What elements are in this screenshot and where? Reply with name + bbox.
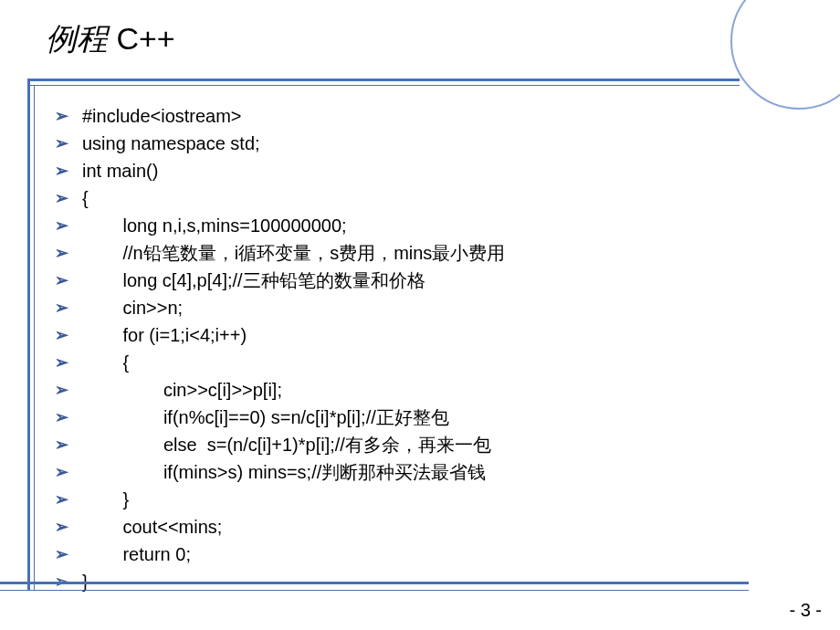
bullet-icon: ➢ [55,513,82,541]
code-line: ➢#include<iostream> [55,102,803,130]
bullet-icon: ➢ [55,212,82,239]
code-text: long n,i,s,mins=100000000; [82,212,347,239]
bullet-icon: ➢ [55,321,82,349]
bullet-icon: ➢ [55,404,82,431]
code-text: { [82,349,129,376]
slide-title: 例程 C++ [46,18,175,60]
code-text: if(n%c[i]==0) s=n/c[i]*p[i];//正好整包 [82,404,449,431]
bullet-icon: ➢ [55,541,82,568]
code-line: ➢ long c[4],p[4];//三种铅笔的数量和价格 [55,267,803,294]
bullet-icon: ➢ [55,267,82,294]
title-en: C++ [108,21,175,56]
bullet-icon: ➢ [55,294,82,321]
code-line: ➢ for (i=1;i<4;i++) [55,321,803,349]
title-cn: 例程 [46,22,108,56]
code-line: ➢ cin>>n; [55,294,803,321]
code-text: for (i=1;i<4;i++) [82,321,247,349]
code-line: ➢ else s=(n/c[i]+1)*p[i];//有多余，再来一包 [55,431,803,458]
code-line: ➢using namespace std; [55,130,803,157]
bullet-icon: ➢ [55,184,82,212]
code-line: ➢ if(n%c[i]==0) s=n/c[i]*p[i];//正好整包 [55,404,803,431]
bottom-line-thin [0,590,749,591]
code-line: ➢ } [55,486,803,513]
bullet-icon: ➢ [55,376,82,404]
decorative-circle [730,0,840,110]
left-border-thick [27,79,30,590]
code-line: ➢{ [55,184,803,212]
code-text: { [82,184,89,212]
bullet-icon: ➢ [55,458,82,486]
code-line: ➢ { [55,349,803,376]
code-line: ➢ cout<<mins; [55,513,803,541]
code-text: long c[4],p[4];//三种铅笔的数量和价格 [82,267,425,294]
bottom-line-thick [0,582,749,584]
code-text: using namespace std; [82,130,260,157]
code-text: } [82,486,129,513]
code-text: #include<iostream> [82,102,242,130]
code-line: ➢ cin>>c[i]>>p[i]; [55,376,803,404]
code-line: ➢ return 0; [55,541,803,568]
title-underline-thin [27,85,740,86]
bullet-icon: ➢ [55,157,82,184]
code-text: //n铅笔数量，i循环变量，s费用，mins最小费用 [82,239,505,267]
code-text: int main() [82,157,158,184]
left-border-thin [34,85,35,590]
code-block: ➢#include<iostream>➢using namespace std;… [55,102,803,595]
code-text: else s=(n/c[i]+1)*p[i];//有多余，再来一包 [82,431,491,458]
bullet-icon: ➢ [55,239,82,267]
code-text: cin>>c[i]>>p[i]; [82,376,282,404]
code-line: ➢int main() [55,157,803,184]
bullet-icon: ➢ [55,102,82,130]
bullet-icon: ➢ [55,486,82,513]
code-line: ➢ long n,i,s,mins=100000000; [55,212,803,239]
bullet-icon: ➢ [55,431,82,458]
title-underline-thick [27,79,740,81]
bullet-icon: ➢ [55,349,82,376]
code-text: return 0; [82,541,191,568]
code-line: ➢ //n铅笔数量，i循环变量，s费用，mins最小费用 [55,239,803,267]
code-text: cin>>n; [82,294,183,321]
code-text: if(mins>s) mins=s;//判断那种买法最省钱 [82,458,486,486]
code-text: cout<<mins; [82,513,222,541]
code-line: ➢ if(mins>s) mins=s;//判断那种买法最省钱 [55,458,803,486]
bullet-icon: ➢ [55,130,82,157]
page-number: - 3 - [789,600,822,621]
